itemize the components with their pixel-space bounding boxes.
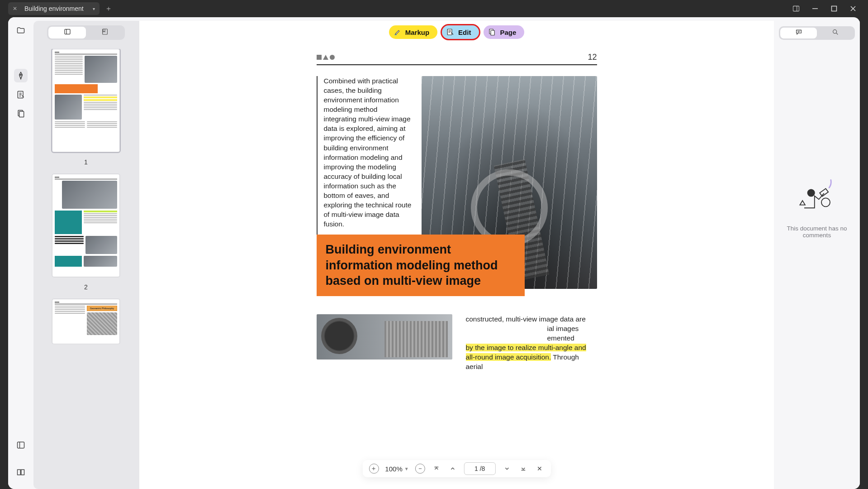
- tab-title: Building environment: [22, 5, 88, 12]
- lower-row: constructed, multi-view image data are i…: [317, 314, 597, 371]
- comment-icon: [795, 29, 802, 38]
- bookmark-icon: [101, 28, 109, 37]
- markup-mode-button[interactable]: Markup: [389, 25, 437, 39]
- edit-tool-button[interactable]: [14, 88, 28, 101]
- page-number: 12: [588, 53, 597, 62]
- close-nav-button[interactable]: ✕: [535, 464, 545, 474]
- thumbnail-page-2[interactable]: [52, 174, 120, 277]
- edit-mode-button[interactable]: Edit: [442, 25, 479, 39]
- svg-rect-9: [19, 111, 24, 117]
- svg-rect-3: [832, 6, 837, 11]
- section-title: Building environment information modelin…: [317, 235, 525, 296]
- bookmark-view-seg[interactable]: [86, 27, 123, 38]
- sidebar-toggle-icon: [16, 441, 25, 450]
- comments-seg[interactable]: [780, 28, 817, 38]
- prev-page-button[interactable]: [448, 464, 458, 474]
- chevron-down-icon: ▼: [404, 466, 409, 471]
- thumb-view-seg[interactable]: [48, 27, 86, 38]
- sidebar-toggle-button[interactable]: [14, 438, 28, 452]
- edit-label: Edit: [458, 29, 471, 36]
- zoom-in-button[interactable]: ＋: [369, 464, 379, 474]
- empty-illustration-icon: [796, 176, 839, 219]
- zoom-level[interactable]: 100%▼: [385, 465, 408, 473]
- header-shapes-icon: [317, 55, 335, 60]
- comments-empty-text: This document has no comments: [778, 225, 855, 239]
- thumbnail-page-1[interactable]: [52, 49, 120, 152]
- body-text-fragment: ial images: [547, 325, 579, 332]
- svg-point-25: [807, 189, 815, 197]
- page-label: Page: [500, 29, 516, 36]
- document-tab[interactable]: ✕ Building environment ▾: [8, 2, 100, 15]
- add-tab-button[interactable]: ＋: [105, 4, 112, 14]
- book-icon: [16, 468, 25, 477]
- page-nav-toolbar: ＋ 100%▼ － 1 /8 ✕: [362, 460, 550, 477]
- svg-point-23: [833, 30, 836, 34]
- page-mode-button[interactable]: Page: [484, 25, 524, 39]
- thumbnail-label: 2: [84, 283, 88, 291]
- svg-rect-15: [394, 34, 397, 35]
- thumbnail-label: 1: [84, 158, 88, 166]
- thumbnail-toggle: [47, 25, 125, 40]
- svg-rect-0: [793, 6, 799, 11]
- body-text-fragment: emented: [547, 334, 574, 342]
- titlebar: ✕ Building environment ▾ ＋: [0, 0, 868, 17]
- search-icon: [832, 29, 839, 38]
- left-rail: [8, 17, 33, 489]
- page-tool-button[interactable]: [14, 107, 28, 120]
- svg-rect-16: [447, 29, 452, 35]
- body-text-fragment: constructed, multi-view image data are: [466, 315, 586, 323]
- pen-icon: [16, 71, 25, 80]
- folder-button[interactable]: [14, 24, 28, 37]
- app-frame: 1: [8, 17, 860, 489]
- svg-point-26: [821, 198, 830, 206]
- edit-doc-icon: [16, 90, 25, 99]
- svg-rect-12: [65, 29, 70, 34]
- last-page-button[interactable]: [518, 464, 528, 474]
- svg-rect-18: [491, 30, 494, 35]
- thumbnail-page-3[interactable]: Geometric Philosophy: [52, 299, 120, 344]
- zoom-out-button[interactable]: －: [415, 464, 425, 474]
- chevron-down-icon[interactable]: ▾: [93, 6, 95, 11]
- comments-panel: This document has no comments: [774, 21, 860, 489]
- edit-icon: [446, 28, 455, 36]
- next-page-button[interactable]: [502, 464, 512, 474]
- book-view-button[interactable]: [14, 465, 28, 479]
- mode-bar: Markup Edit Page: [389, 25, 525, 39]
- highlighter-icon: [394, 28, 402, 36]
- folder-icon: [16, 26, 25, 35]
- maximize-icon[interactable]: [831, 5, 837, 12]
- svg-point-6: [20, 74, 21, 75]
- page-field[interactable]: 1 /8: [464, 462, 496, 475]
- thumbnails-icon: [64, 28, 71, 37]
- page-icon: [488, 28, 496, 36]
- page: 12 Combined with practical cases, the bu…: [317, 53, 597, 371]
- thumbnail-list: 1: [37, 49, 135, 344]
- page-header: 12: [317, 53, 597, 65]
- pages-icon: [16, 109, 25, 118]
- search-seg[interactable]: [817, 28, 854, 38]
- markup-tool-button[interactable]: [14, 69, 28, 82]
- first-page-button[interactable]: [432, 464, 441, 474]
- close-tab-icon[interactable]: ✕: [13, 5, 17, 12]
- body-paragraph: constructed, multi-view image data are i…: [466, 314, 597, 371]
- comments-empty-state: This document has no comments: [778, 176, 855, 239]
- minimize-icon[interactable]: [812, 5, 818, 12]
- svg-rect-10: [18, 442, 24, 448]
- window-controls: [793, 5, 868, 12]
- document-area: Markup Edit Page 12 Combined with practi…: [138, 21, 774, 489]
- markup-label: Markup: [405, 29, 429, 36]
- right-panel-toggle: [779, 26, 855, 40]
- secondary-image: [317, 314, 452, 360]
- thumbnail-panel: 1: [33, 21, 138, 489]
- panel-toggle-icon[interactable]: [793, 5, 799, 12]
- svg-line-24: [836, 33, 838, 34]
- close-window-icon[interactable]: [850, 5, 856, 12]
